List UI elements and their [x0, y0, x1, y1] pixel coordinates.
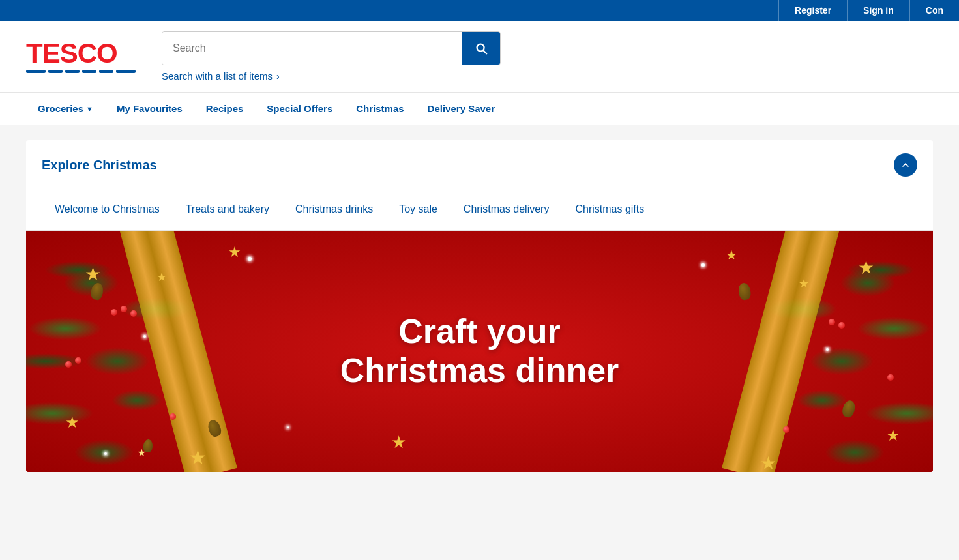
banner-text-box: Craft your Christmas dinner [340, 312, 619, 391]
nav-item-groceries[interactable]: Groceries ▼ [26, 93, 105, 125]
explore-header: Explore Christmas [26, 140, 933, 190]
berry-1 [111, 309, 117, 316]
search-box [162, 31, 501, 65]
berry-2 [121, 306, 127, 312]
nav-arrow-groceries: ▼ [86, 105, 93, 113]
tesco-logo[interactable]: TESCO [26, 40, 117, 67]
star-4: ★ [65, 413, 80, 432]
berry-10 [887, 374, 894, 381]
sparkle-3 [701, 263, 705, 267]
banner-line2: Christmas dinner [340, 351, 619, 391]
logo-dash-1 [26, 70, 46, 73]
logo-dash-4 [82, 70, 96, 73]
subnav-item-welcome[interactable]: Welcome to Christmas [42, 190, 173, 230]
banner-line1: Craft your [340, 312, 619, 351]
star-2: ★ [228, 244, 241, 261]
search-list-link[interactable]: Search with a list of items › [162, 70, 501, 81]
star-1: ★ [85, 263, 101, 285]
berry-9 [75, 357, 81, 364]
explore-section: Explore Christmas Welcome to Christmas T… [26, 140, 933, 472]
cont-button[interactable]: Con [909, 0, 959, 21]
berry-5 [829, 319, 835, 325]
subnav-item-toy-sale[interactable]: Toy sale [386, 190, 450, 230]
subnav-item-drinks[interactable]: Christmas drinks [282, 190, 386, 230]
star-7: ★ [726, 247, 737, 263]
chevron-up-icon [900, 160, 911, 170]
explore-title: Explore Christmas [42, 158, 157, 173]
search-area: Search with a list of items › [162, 31, 501, 81]
logo-dash-3 [65, 70, 80, 73]
logo-dash-5 [99, 70, 113, 73]
nav-bar: Groceries ▼ My Favourites Recipes Specia… [0, 92, 959, 125]
nav-item-delivery-saver[interactable]: Delivery Saver [416, 93, 507, 125]
search-list-label: Search with a list of items [162, 70, 273, 81]
search-input[interactable] [162, 32, 462, 65]
top-bar: Register Sign in Con [0, 0, 959, 21]
search-icon [474, 41, 488, 55]
star-6: ★ [858, 257, 874, 278]
christmas-subnav: Welcome to Christmas Treats and bakery C… [26, 190, 933, 230]
top-bar-actions: Register Sign in Con [778, 0, 959, 21]
berry-7 [783, 426, 789, 433]
collapse-button[interactable] [894, 153, 917, 177]
subnav-item-treats[interactable]: Treats and bakery [173, 190, 282, 230]
register-button[interactable]: Register [778, 0, 847, 21]
sparkle-4 [104, 452, 107, 455]
star-10: ★ [760, 452, 776, 472]
berry-3 [130, 310, 137, 317]
main-content: Explore Christmas Welcome to Christmas T… [0, 125, 959, 488]
header: TESCO Search with a list of items › [0, 21, 959, 92]
logo-area[interactable]: TESCO [26, 40, 136, 73]
berry-6 [170, 413, 176, 420]
nav-item-special-offers[interactable]: Special Offers [255, 93, 344, 125]
banner-headline: Craft your Christmas dinner [340, 312, 619, 391]
sparkle-6 [287, 426, 289, 428]
logo-dash-6 [116, 70, 136, 73]
star-3: ★ [156, 270, 167, 284]
star-8: ★ [799, 276, 809, 291]
logo-dashes [26, 70, 136, 73]
star-9: ★ [886, 426, 900, 445]
nav-label-groceries: Groceries [38, 103, 83, 114]
chevron-right-icon: › [276, 71, 280, 81]
nav-item-christmas[interactable]: Christmas [344, 93, 415, 125]
signin-button[interactable]: Sign in [847, 0, 909, 21]
nav-item-favourites[interactable]: My Favourites [105, 93, 194, 125]
subnav-item-delivery[interactable]: Christmas delivery [450, 190, 563, 230]
sparkle-2 [248, 257, 252, 261]
nav-item-recipes[interactable]: Recipes [194, 93, 256, 125]
subnav-item-gifts[interactable]: Christmas gifts [562, 190, 657, 230]
christmas-banner[interactable]: ★ ★ ★ ★ ★ ★ ★ ★ ★ ★ ★ ★ Craft your Chris [26, 231, 933, 472]
star-12: ★ [137, 447, 146, 459]
sparkle-5 [826, 348, 829, 351]
sparkle-1 [143, 335, 146, 338]
berry-8 [65, 361, 72, 368]
berry-4 [838, 322, 845, 329]
logo-dash-2 [48, 70, 63, 73]
search-button[interactable] [462, 32, 500, 65]
star-5: ★ [189, 446, 207, 469]
star-11: ★ [391, 432, 406, 452]
